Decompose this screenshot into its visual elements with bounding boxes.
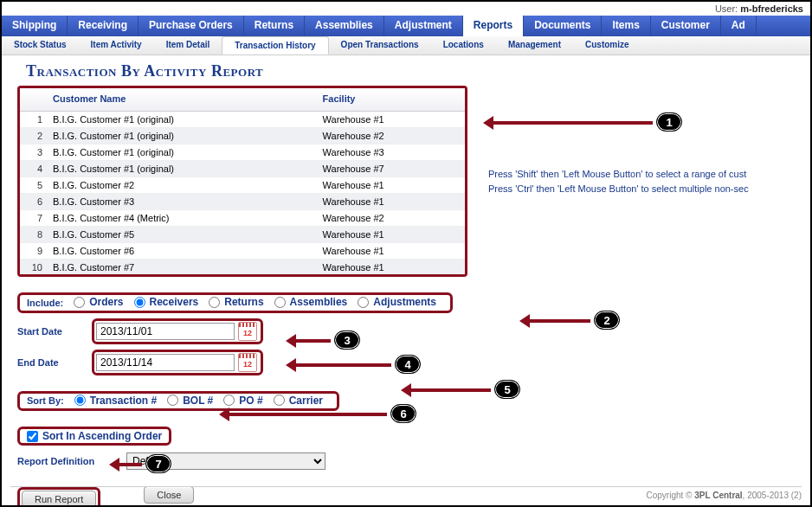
subnav-item-activity[interactable]: Item Activity <box>79 36 154 55</box>
table-row[interactable]: 4B.I.G. Customer #1 (original)Warehouse … <box>20 161 465 177</box>
subnav-stock-status[interactable]: Stock Status <box>2 36 79 55</box>
col-num <box>20 88 48 112</box>
include-radio[interactable] <box>74 297 85 308</box>
nav-adjustment[interactable]: Adjustment <box>384 16 463 36</box>
hint-line2: Press 'Ctrl' then 'Left Mouse Button' to… <box>488 182 749 196</box>
customer-facility-table[interactable]: Customer Name Facility 1B.I.G. Customer … <box>17 86 467 277</box>
sortby-radio[interactable] <box>223 395 235 406</box>
table-row[interactable]: 6B.I.G. Customer #3Warehouse #1 <box>20 194 465 210</box>
calendar-icon[interactable]: 12 <box>238 322 257 341</box>
include-receivers[interactable]: Receivers <box>134 296 199 308</box>
sort-asc-checkbox[interactable]: Sort In Ascending Order <box>27 430 162 442</box>
row-customer: B.I.G. Customer #6 <box>48 243 318 260</box>
row-customer: B.I.G. Customer #1 (original) <box>48 128 318 144</box>
end-date-group: 12 <box>92 350 263 375</box>
callout-1: 1 <box>656 112 682 132</box>
include-adjustments[interactable]: Adjustments <box>358 296 436 308</box>
row-num: 9 <box>20 243 48 260</box>
start-date-group: 12 <box>92 318 263 344</box>
sortby-label: Sort By: <box>27 395 64 406</box>
include-radio[interactable] <box>358 297 369 308</box>
subnav-locations[interactable]: Locations <box>431 36 496 55</box>
row-num: 8 <box>20 227 48 243</box>
nav-reports[interactable]: Reports <box>463 16 524 36</box>
nav-assemblies[interactable]: Assemblies <box>305 16 384 36</box>
row-num: 5 <box>20 177 48 194</box>
page-title: Transaction By Activity Report <box>2 55 810 86</box>
start-date-label: Start Date <box>17 326 85 337</box>
nav-shipping[interactable]: Shipping <box>2 16 68 36</box>
sortby-radio[interactable] <box>167 395 178 406</box>
nav-items[interactable]: Items <box>602 16 650 36</box>
row-num: 10 <box>20 260 48 275</box>
include-group: Include: OrdersReceiversReturnsAssemblie… <box>17 292 453 313</box>
row-customer: B.I.G. Customer #7 <box>48 260 318 275</box>
include-assemblies[interactable]: Assemblies <box>274 296 348 308</box>
table-row[interactable]: 3B.I.G. Customer #1 (original)Warehouse … <box>20 144 465 161</box>
row-facility: Warehouse #1 <box>318 112 465 128</box>
calendar-icon[interactable]: 12 <box>238 353 257 372</box>
table-row[interactable]: 9B.I.G. Customer #6Warehouse #1 <box>20 243 465 260</box>
arrow-icon <box>289 339 331 343</box>
row-num: 4 <box>20 161 48 177</box>
row-num: 7 <box>20 210 48 227</box>
sortby-bol-[interactable]: BOL # <box>167 395 213 407</box>
sortby-radio[interactable] <box>274 395 285 406</box>
include-radio[interactable] <box>209 297 220 308</box>
nav-returns[interactable]: Returns <box>244 16 305 36</box>
table-row[interactable]: 2B.I.G. Customer #1 (original)Warehouse … <box>20 128 465 144</box>
hint-line1: Press 'Shift' then 'Left Mouse Button' t… <box>488 167 749 182</box>
nav-customer[interactable]: Customer <box>651 16 721 36</box>
col-customer[interactable]: Customer Name <box>48 88 318 112</box>
include-radio[interactable] <box>134 297 145 308</box>
user-value: m-bfredericks <box>740 3 803 14</box>
arrow-icon <box>113 463 142 466</box>
nav-purchase-orders[interactable]: Purchase Orders <box>139 16 244 36</box>
user-line: User: m-bfredericks <box>2 2 810 16</box>
row-facility: Warehouse #1 <box>318 194 465 210</box>
end-date-input[interactable] <box>96 354 235 371</box>
row-facility: Warehouse #1 <box>318 243 465 260</box>
row-num: 2 <box>20 128 48 144</box>
sortby-po-[interactable]: PO # <box>223 395 262 407</box>
callout-7: 7 <box>145 454 171 473</box>
table-row[interactable]: 1B.I.G. Customer #1 (original)Warehouse … <box>20 112 465 128</box>
subnav-item-detail[interactable]: Item Detail <box>154 36 222 55</box>
include-returns[interactable]: Returns <box>209 296 263 308</box>
table-row[interactable]: 5B.I.G. Customer #2Warehouse #1 <box>20 177 465 194</box>
sort-asc-input[interactable] <box>27 431 38 442</box>
arrow-icon <box>523 319 590 323</box>
include-orders[interactable]: Orders <box>74 296 123 308</box>
row-facility: Warehouse #1 <box>318 260 465 275</box>
subnav-management[interactable]: Management <box>496 36 573 55</box>
row-customer: B.I.G. Customer #2 <box>48 177 318 194</box>
subnav-customize[interactable]: Customize <box>573 36 641 55</box>
nav-ad[interactable]: Ad <box>721 16 757 36</box>
table-row[interactable]: 7B.I.G. Customer #4 (Metric)Warehouse #2 <box>20 210 465 227</box>
sortby-radio[interactable] <box>74 395 86 406</box>
include-radio[interactable] <box>274 297 286 308</box>
nav-receiving[interactable]: Receiving <box>68 16 139 36</box>
table-row[interactable]: 8B.I.G. Customer #5Warehouse #1 <box>20 227 465 243</box>
nav-documents[interactable]: Documents <box>524 16 602 36</box>
row-facility: Warehouse #2 <box>318 210 465 227</box>
user-label: User: <box>715 3 738 14</box>
sortby-transaction-[interactable]: Transaction # <box>74 395 157 407</box>
sort-asc-label: Sort In Ascending Order <box>42 430 162 442</box>
arrow-icon <box>222 413 387 416</box>
subnav-open-transactions[interactable]: Open Transactions <box>329 36 431 55</box>
row-facility: Warehouse #7 <box>318 161 465 177</box>
selection-hint: Press 'Shift' then 'Left Mouse Button' t… <box>488 167 749 196</box>
table-row[interactable]: 10B.I.G. Customer #7Warehouse #1 <box>20 260 465 275</box>
callout-2: 2 <box>594 311 620 330</box>
sort-asc-group: Sort In Ascending Order <box>17 427 171 446</box>
arrow-icon <box>404 388 491 392</box>
col-facility[interactable]: Facility <box>318 88 465 112</box>
subnav-transaction-history[interactable]: Transaction History <box>222 36 328 55</box>
row-facility: Warehouse #2 <box>318 128 465 144</box>
sortby-carrier[interactable]: Carrier <box>274 395 323 407</box>
start-date-input[interactable] <box>96 323 235 340</box>
row-facility: Warehouse #1 <box>318 177 465 194</box>
row-customer: B.I.G. Customer #1 (original) <box>48 112 318 128</box>
callout-3: 3 <box>334 331 360 350</box>
